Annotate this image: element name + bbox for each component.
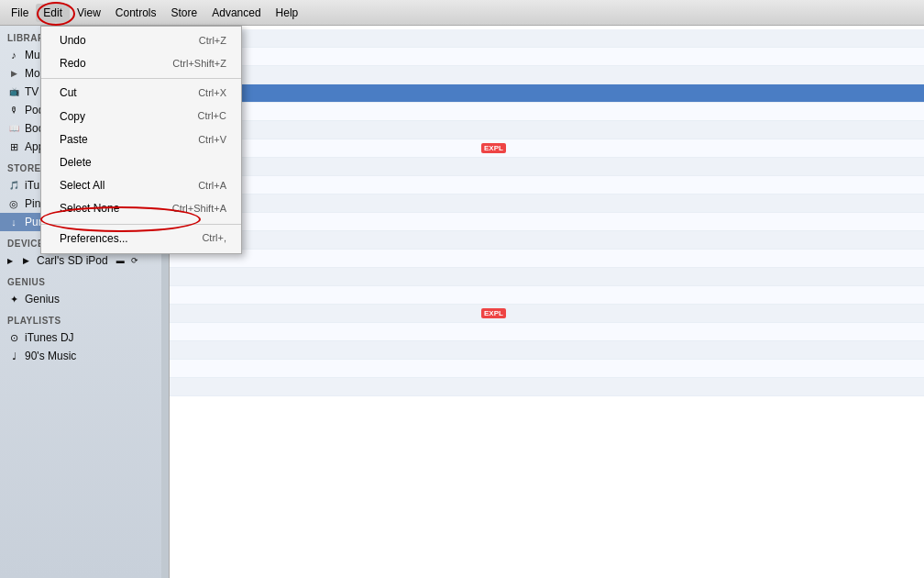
content-row-16: EXPL: [170, 305, 924, 323]
menu-separator-1: [41, 78, 241, 79]
menu-controls[interactable]: Controls: [108, 4, 164, 22]
content-row-15: [170, 286, 924, 305]
genius-icon: [7, 293, 20, 306]
itunes-store-icon: [7, 179, 20, 192]
menubar: File Edit View Controls Store Advanced H…: [0, 0, 924, 26]
menu-item-delete[interactable]: Delete: [41, 151, 241, 174]
menu-view[interactable]: View: [70, 4, 108, 22]
sync-icon: ⟳: [131, 256, 138, 265]
movie-icon: [7, 67, 20, 80]
music-note-icon: [7, 350, 20, 362]
ping-icon: [7, 197, 20, 210]
sidebar-header-playlists: PLAYLISTS: [0, 308, 169, 328]
sidebar-item-90s-music[interactable]: 90's Music: [0, 347, 169, 365]
content-row-11: [170, 213, 924, 231]
content-row-highlighted[interactable]: Pin: [170, 84, 924, 103]
content-row-18: [170, 341, 924, 360]
expand-arrow: ▶: [7, 257, 13, 265]
content-rows: Pin EXPL EXPL: [170, 26, 924, 396]
menu-item-copy[interactable]: Copy Ctrl+C: [41, 106, 241, 128]
content-row-7: EXPL: [170, 139, 924, 158]
purchased-icon: [7, 216, 20, 228]
menu-file[interactable]: File: [4, 4, 36, 22]
content-row-13: [170, 250, 924, 268]
content-row-2: [170, 48, 924, 66]
menu-item-paste[interactable]: Paste Ctrl+V: [41, 128, 241, 151]
content-row-3: [170, 66, 924, 84]
content-row-10: [170, 195, 924, 213]
music-icon: [7, 49, 20, 61]
content-row-19: [170, 360, 924, 378]
sidebar-item-ipod[interactable]: ▶ Carl's SD iPod ▬ ⟳: [0, 251, 169, 270]
sidebar-header-genius: GENIUS: [0, 270, 169, 290]
content-row-9: [170, 176, 924, 195]
menu-item-cut[interactable]: Cut Ctrl+X: [41, 82, 241, 105]
menu-item-redo[interactable]: Redo Ctrl+Shift+Z: [41, 52, 241, 75]
ipod-icon: [19, 254, 32, 267]
content-row-14: [170, 268, 924, 286]
menu-store[interactable]: Store: [164, 4, 205, 22]
battery-icon: ▬: [116, 256, 125, 265]
menu-edit[interactable]: Edit: [36, 4, 70, 22]
main-content: Pin EXPL EXPL: [170, 26, 924, 578]
explicit-badge-2: EXPL: [481, 308, 506, 318]
content-row-17: [170, 323, 924, 341]
tv-icon: [7, 85, 20, 98]
content-row-8: [170, 158, 924, 176]
menu-separator-2: [41, 224, 241, 225]
content-row-1: [170, 29, 924, 48]
podcast-icon: [7, 104, 20, 117]
content-row-12: [170, 231, 924, 250]
app-icon: [7, 140, 20, 153]
menu-help[interactable]: Help: [269, 4, 306, 22]
content-row-20: [170, 378, 924, 396]
menu-item-select-none[interactable]: Select None Ctrl+Shift+A: [41, 197, 241, 220]
sidebar-item-itunes-dj[interactable]: iTunes DJ: [0, 328, 169, 347]
sidebar-item-genius[interactable]: Genius: [0, 290, 169, 308]
menu-item-undo[interactable]: Undo Ctrl+Z: [41, 29, 241, 52]
dj-icon: [7, 331, 20, 344]
explicit-badge-1: EXPL: [481, 143, 506, 153]
menu-item-select-all[interactable]: Select All Ctrl+A: [41, 174, 241, 197]
edit-dropdown-menu: Undo Ctrl+Z Redo Ctrl+Shift+Z Cut Ctrl+X…: [40, 26, 242, 254]
menu-advanced[interactable]: Advanced: [204, 4, 268, 22]
book-icon: [7, 122, 20, 135]
content-row-5: [170, 103, 924, 121]
content-row-6: [170, 121, 924, 139]
menu-item-preferences[interactable]: Preferences... Ctrl+,: [41, 228, 241, 250]
